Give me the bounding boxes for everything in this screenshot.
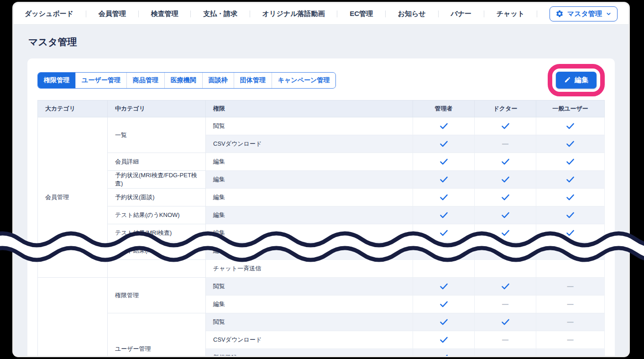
column-header-4: 管理者 xyxy=(413,100,475,117)
mid-category-cell: 権限管理 xyxy=(108,278,206,313)
big-category-cell xyxy=(38,278,108,356)
dash-icon: — xyxy=(567,301,574,308)
nav-divider xyxy=(86,11,86,17)
admin-permission-cell xyxy=(413,135,475,153)
admin-permission-cell xyxy=(413,242,475,260)
check-icon xyxy=(440,211,448,219)
tab-4[interactable]: 医療機関 xyxy=(164,73,202,88)
edit-button-label: 編集 xyxy=(575,76,588,84)
dash-icon: — xyxy=(502,354,508,356)
mid-category-cell: テスト結果(FDG-PET検査) xyxy=(108,242,206,260)
app-window: ダッシュボード会員管理検査管理支払・請求オリジナル落語動画EC管理お知らせバナー… xyxy=(14,3,628,356)
edit-button[interactable]: 編集 xyxy=(556,72,597,89)
general-permission-cell: — xyxy=(536,313,605,331)
general-permission-cell xyxy=(536,153,605,171)
check-icon xyxy=(566,176,575,183)
tab-6[interactable]: 団体管理 xyxy=(234,73,272,88)
admin-permission-cell xyxy=(413,224,475,242)
pink-highlight-annotation: 編集 xyxy=(548,64,605,96)
nav-item-8[interactable]: バナー xyxy=(450,10,471,18)
check-icon xyxy=(440,283,448,290)
table-row: チャット一斉送信 xyxy=(38,260,605,278)
top-navigation: ダッシュボード会員管理検査管理支払・請求オリジナル落語動画EC管理お知らせバナー… xyxy=(14,3,628,25)
admin-permission-cell xyxy=(413,171,475,189)
general-permission-cell xyxy=(536,171,605,189)
check-icon xyxy=(566,158,575,165)
doctor-permission-cell xyxy=(475,206,536,224)
dash-icon: — xyxy=(567,354,574,356)
dash-icon: — xyxy=(567,318,574,326)
nav-item-4[interactable]: 支払・請求 xyxy=(203,10,237,18)
nav-item-2[interactable]: 会員管理 xyxy=(99,10,126,18)
tab-3[interactable]: 商品管理 xyxy=(126,73,164,88)
general-permission-cell: — xyxy=(536,331,605,349)
general-permission-cell xyxy=(536,189,605,206)
table-row: 予約状況(MRI検査/FDG-PET検査)編集 xyxy=(38,171,605,189)
admin-permission-cell xyxy=(413,189,475,206)
column-header-5: ドクター xyxy=(475,100,536,117)
nav-item-7[interactable]: お知らせ xyxy=(398,10,426,18)
permission-cell: 編集 xyxy=(206,206,413,224)
table-row: 会員詳細編集 xyxy=(38,153,605,171)
nav-item-6[interactable]: EC管理 xyxy=(350,10,373,18)
permission-cell: 閲覧 xyxy=(206,313,413,331)
nav-divider xyxy=(337,11,337,17)
big-category-cell: 会員管理 xyxy=(38,117,108,278)
chevron-down-icon xyxy=(606,11,612,17)
tab-2[interactable]: ユーザー管理 xyxy=(75,73,126,88)
doctor-permission-cell xyxy=(475,153,536,171)
general-permission-cell: — xyxy=(536,278,605,296)
doctor-permission-cell xyxy=(475,117,536,135)
nav-item-9[interactable]: チャット xyxy=(497,10,524,18)
permission-cell: CSVダウンロード xyxy=(206,135,413,153)
doctor-permission-cell xyxy=(475,189,536,206)
nav-divider xyxy=(537,11,537,17)
nav-master-menu-label: マスタ管理 xyxy=(567,10,602,18)
tab-bar: 権限管理ユーザー管理商品管理医療機関面談枠団体管理キャンペーン管理 xyxy=(37,72,336,89)
nav-item-3[interactable]: 検査管理 xyxy=(151,10,178,18)
permission-cell: 編集 xyxy=(206,171,413,189)
mid-category-cell: 予約状況(面談) xyxy=(108,189,206,206)
doctor-permission-cell xyxy=(475,171,536,189)
admin-permission-cell xyxy=(413,349,475,356)
admin-permission-cell xyxy=(413,117,475,135)
permission-cell: 編集 xyxy=(206,242,413,260)
check-icon xyxy=(440,140,448,148)
table-row: 権限管理閲覧— xyxy=(38,278,605,296)
check-icon xyxy=(440,194,448,201)
tab-5[interactable]: 面談枠 xyxy=(202,73,234,88)
check-icon xyxy=(501,211,510,219)
general-permission-cell xyxy=(536,224,605,242)
column-header-2: 中カテゴリ xyxy=(108,100,206,117)
check-icon xyxy=(501,158,510,165)
page-content: マスタ管理 権限管理ユーザー管理商品管理医療機関面談枠団体管理キャンペーン管理 … xyxy=(14,25,628,356)
nav-item-5[interactable]: オリジナル落語動画 xyxy=(262,10,325,18)
check-icon xyxy=(566,140,575,148)
admin-permission-cell xyxy=(413,313,475,331)
mid-category-cell: テスト結果(MRI検査) xyxy=(108,224,206,242)
permission-cell: 編集 xyxy=(206,153,413,171)
check-icon xyxy=(440,122,448,130)
mid-category-cell: テスト結果(のうKNOW) xyxy=(108,206,206,224)
nav-master-menu-button[interactable]: マスタ管理 xyxy=(550,6,618,21)
check-icon xyxy=(566,211,575,219)
doctor-permission-cell: — xyxy=(475,349,536,356)
doctor-permission-cell: — xyxy=(475,331,536,349)
doctor-permission-cell: — xyxy=(475,296,536,313)
check-icon xyxy=(501,318,510,326)
dash-icon: — xyxy=(567,336,574,343)
mid-category-cell: 予約状況(MRI検査/FDG-PET検査) xyxy=(108,171,206,189)
tab-1[interactable]: 権限管理 xyxy=(38,73,75,88)
tab-7[interactable]: キャンペーン管理 xyxy=(272,73,336,88)
nav-item-1[interactable]: ダッシュボード xyxy=(25,10,73,18)
table-row: テスト結果(MRI検査)編集 xyxy=(38,224,605,242)
permission-cell: 編集 xyxy=(206,224,413,242)
check-icon xyxy=(440,336,448,343)
check-icon xyxy=(501,247,510,254)
check-icon xyxy=(440,318,448,326)
permission-cell: 編集 xyxy=(206,296,413,313)
general-permission-cell xyxy=(536,242,605,260)
master-card: 権限管理ユーザー管理商品管理医療機関面談枠団体管理キャンペーン管理 編集 大カテ… xyxy=(27,58,615,356)
admin-permission-cell xyxy=(413,296,475,313)
page-title: マスタ管理 xyxy=(28,36,614,48)
